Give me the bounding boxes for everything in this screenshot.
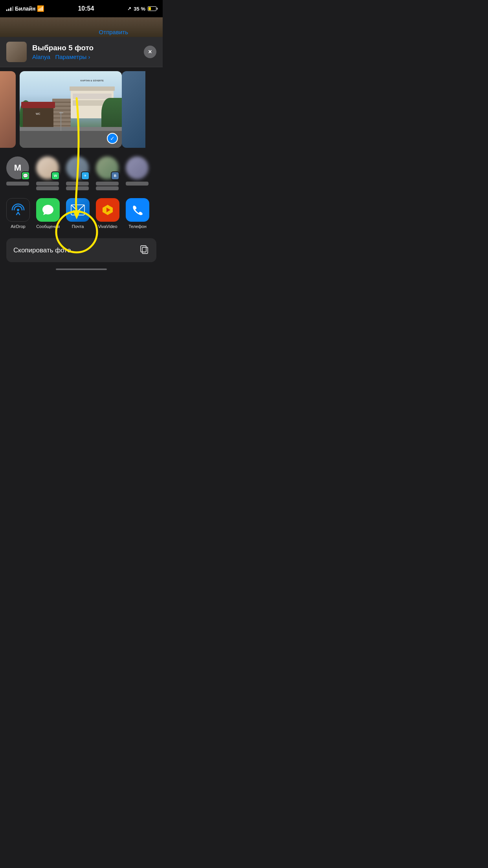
send-button-top[interactable]: Отправить (96, 27, 131, 37)
copy-svg (139, 244, 149, 254)
bottom-handle (0, 265, 163, 275)
contact-item-katrin[interactable]: В (96, 156, 119, 190)
stairs (52, 99, 71, 129)
location-icon: ↗ (127, 6, 131, 11)
messages-label: Сообщения (36, 224, 60, 229)
share-location: Alanya (32, 53, 50, 60)
battery-percent: 35 % (134, 6, 145, 12)
contact-avatar-m2 (126, 156, 149, 179)
contact-avatar-katya: ✈ (66, 156, 89, 179)
contacts-row: M 💬 W ✈ В (0, 152, 163, 195)
share-info: Выбрано 5 фото Alanya Параметры › (32, 44, 138, 60)
photo-preview-strip[interactable]: KAPTAN & GÜVERTE (0, 67, 163, 152)
copy-icon (139, 244, 149, 256)
status-bar: Билайн 📶 10:54 ↗ 35 % (0, 0, 163, 17)
phone-label: Телефон (128, 224, 147, 229)
photo-item-left[interactable] (0, 71, 16, 148)
app-item-mail[interactable]: Почта (66, 198, 90, 229)
selection-checkmark: ✓ (107, 133, 118, 144)
mail-label: Почта (72, 224, 84, 229)
app-item-vivavideo[interactable]: VivaVideo (96, 198, 119, 229)
share-header: Выбрано 5 фото Alanya Параметры › × (0, 37, 163, 67)
messages-icon (36, 198, 60, 222)
svg-rect-5 (142, 247, 148, 254)
contact-name-darya (36, 182, 59, 190)
contact-avatar-m: M 💬 (6, 156, 29, 179)
contact-name-katrin (96, 182, 119, 190)
mail-icon (66, 198, 90, 222)
contact-name-m (6, 182, 29, 186)
contact-avatar-katrin: В (96, 156, 119, 179)
battery-icon (148, 6, 156, 11)
contact-name-katya (66, 182, 89, 190)
photo-item-main[interactable]: KAPTAN & GÜVERTE (20, 71, 122, 148)
contact-item-m2[interactable] (126, 156, 149, 186)
status-right: ↗ 35 % (127, 6, 156, 12)
telegram-badge-icon: ✈ (81, 171, 90, 180)
share-params-link[interactable]: Параметры (55, 53, 86, 60)
contact-name-m2 (126, 182, 149, 186)
carrier-label: Билайн (15, 6, 35, 12)
airdrop-label: AirDrop (11, 224, 25, 229)
sidewalk (20, 127, 122, 131)
phone-icon (126, 198, 149, 222)
contact-item-katya[interactable]: ✈ (66, 156, 89, 190)
share-title: Выбрано 5 фото (32, 44, 138, 53)
wc-label: WC (36, 112, 40, 115)
messages-svg (41, 203, 55, 217)
svg-point-0 (17, 209, 19, 211)
building-name: KAPTAN & GÜVERTE (71, 79, 114, 82)
share-thumbnail (6, 42, 27, 62)
background-photo-strip: Отправить (0, 17, 163, 37)
close-button[interactable]: × (144, 46, 156, 58)
whatsapp-badge-icon: W (51, 171, 60, 180)
vivavideo-svg (101, 204, 114, 216)
mail-svg (71, 204, 85, 215)
share-subtitle: Alanya Параметры › (32, 53, 138, 60)
handle-bar (56, 268, 107, 270)
vk-badge-icon: В (111, 171, 119, 180)
contact-item-darya[interactable]: W (36, 156, 59, 190)
action-copy-photos[interactable]: Скопировать фото (6, 238, 156, 262)
status-left: Билайн 📶 (6, 5, 44, 12)
airdrop-svg (11, 203, 25, 217)
vivavideo-icon (96, 198, 119, 222)
contact-item-m[interactable]: M 💬 (6, 156, 29, 186)
app-item-messages[interactable]: Сообщения (36, 198, 60, 229)
app-item-airdrop[interactable]: AirDrop (6, 198, 30, 229)
copy-photos-label: Скопировать фото (13, 246, 71, 254)
signal-icon (6, 6, 13, 11)
svg-line-2 (18, 212, 20, 215)
road (20, 131, 122, 148)
apps-row: AirDrop Сообщения Почта VivaVideo (0, 195, 163, 235)
wifi-icon: 📶 (37, 5, 44, 12)
actions-list: Скопировать фото (6, 238, 156, 262)
svg-rect-6 (141, 246, 146, 252)
contact-avatar-darya: W (36, 156, 59, 179)
airdrop-icon (6, 198, 30, 222)
phone-svg (132, 204, 143, 216)
photo-item-right[interactable] (122, 71, 145, 148)
chevron-right-icon: › (88, 53, 90, 60)
messages-badge-icon: 💬 (21, 171, 30, 180)
avatar-photo-m2 (126, 156, 149, 179)
vivavideo-label: VivaVideo (98, 224, 117, 229)
wc-building: WC (23, 105, 53, 129)
time-label: 10:54 (78, 5, 94, 12)
app-item-phone[interactable]: Телефон (126, 198, 149, 229)
